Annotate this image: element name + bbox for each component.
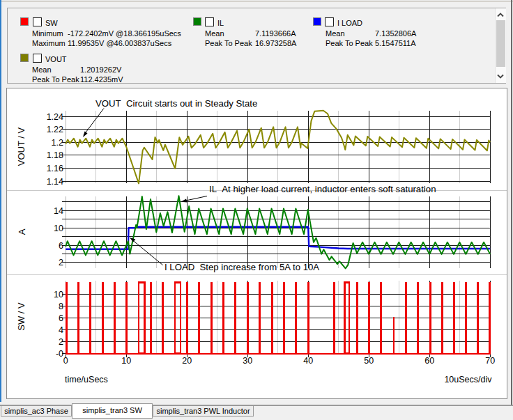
svg-text:4: 4 [59,325,63,335]
svg-text:60: 60 [424,356,434,366]
svg-text:A: A [17,228,27,235]
svg-text:1.24: 1.24 [47,112,63,122]
svg-text:10: 10 [54,224,63,233]
svg-text:1.22: 1.22 [47,125,63,134]
svg-text:40: 40 [303,356,313,366]
svg-text:IL At higher load current, in: IL At higher load current, inductor ente… [209,184,436,194]
svg-text:10: 10 [121,356,131,366]
svg-text:8: 8 [59,302,63,311]
svg-text:14: 14 [54,206,63,216]
svg-text:I LOAD Step increase from 5A: I LOAD Step increase from 5A to 10A [164,262,319,272]
svg-text:1.18: 1.18 [47,150,63,160]
svg-text:1.2: 1.2 [52,138,63,148]
svg-text:10uSecs/div: 10uSecs/div [444,375,492,384]
svg-text:0: 0 [63,356,68,366]
svg-text:6: 6 [59,313,63,323]
svg-text:20: 20 [182,356,192,366]
svg-text:time/uSecs: time/uSecs [65,375,108,384]
svg-text:1.14: 1.14 [47,177,63,187]
svg-text:10: 10 [54,290,63,300]
svg-text:2: 2 [59,258,63,267]
svg-text:SW / V: SW / V [16,302,26,331]
svg-text:6: 6 [59,241,63,251]
svg-text:VOUT Circuit starts out in St: VOUT Circuit starts out in Steady State [95,98,257,109]
svg-text:1.16: 1.16 [47,164,63,173]
svg-text:VOUT / V: VOUT / V [16,127,26,166]
svg-text:30: 30 [243,356,252,366]
svg-text:2: 2 [59,337,63,347]
svg-text:70: 70 [485,356,495,366]
svg-text:50: 50 [364,356,374,366]
svg-text:-0: -0 [56,349,63,359]
